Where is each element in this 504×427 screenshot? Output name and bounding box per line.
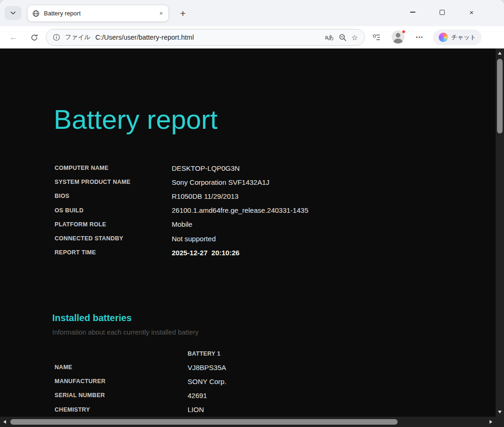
table-row: COMPUTER NAME DESKTOP-LQP0G3N [55, 161, 391, 175]
info-label: SERIAL NUMBER [55, 392, 188, 399]
scroll-up-arrow[interactable] [498, 52, 502, 55]
tab-strip: Battery report × + × [0, 0, 504, 26]
chevron-down-icon [10, 11, 16, 15]
vertical-scroll-thumb[interactable] [497, 59, 503, 133]
plus-icon: + [180, 8, 186, 19]
window-controls: × [398, 0, 486, 26]
browser-window: Battery report × + × ← ファイル C:/Users/use… [0, 0, 504, 427]
table-row: REPORT TIME 2025-12-27 20:10:26 [55, 245, 391, 259]
info-label: BIOS [55, 193, 172, 199]
info-label: PLATFORM ROLE [55, 221, 172, 228]
info-label: OS BUILD [55, 207, 172, 214]
close-icon: × [469, 9, 474, 16]
column-header: BATTERY 1 [188, 350, 221, 357]
scroll-left-arrow[interactable] [3, 420, 6, 424]
ellipsis-icon: … [415, 31, 424, 40]
section-subtitle: Information about each currently install… [52, 329, 199, 336]
copilot-icon [439, 33, 448, 42]
minimize-button[interactable] [398, 0, 427, 24]
table-row: CONNECTED STANDBY Not supported [55, 231, 391, 245]
zoom-out-icon[interactable] [339, 34, 347, 42]
info-label: CONNECTED STANDBY [55, 235, 172, 242]
table-row: CHEMISTRY LION [55, 403, 495, 417]
info-label: CHEMISTRY [55, 406, 188, 413]
back-icon: ← [9, 32, 18, 42]
info-value: 26100.1.amd64fre.ge_release.240331-1435 [172, 206, 308, 214]
info-value: R1050DB 11/29/2013 [172, 192, 238, 200]
horizontal-scrollbar[interactable] [0, 417, 496, 427]
table-row: MANUFACTURER SONY Corp. [55, 374, 495, 388]
browser-toolbar: ← ファイル C:/Users/user/battery-report.html… [0, 26, 504, 49]
info-label: MANUFACTURER [55, 378, 188, 385]
scrollbar-corner [496, 417, 504, 427]
table-row: BIOS R1050DB 11/29/2013 [55, 189, 391, 203]
info-icon[interactable] [53, 34, 60, 41]
notification-dot [402, 30, 406, 34]
refresh-icon [30, 34, 38, 42]
battery-table: BATTERY 1 NAME VJ8BPS35A MANUFACTURER SO… [55, 347, 495, 427]
copilot-label: チャット [451, 33, 476, 42]
info-value: 42691 [188, 392, 207, 399]
new-tab-button[interactable]: + [176, 7, 189, 20]
tab-search-button[interactable] [5, 6, 21, 20]
add-favorite-icon[interactable]: ☆ [351, 33, 358, 42]
info-value: VJ8BPS35A [188, 364, 226, 371]
tab-close-icon[interactable]: × [158, 10, 164, 17]
profile-avatar[interactable] [391, 30, 406, 45]
info-value: Mobile [172, 220, 192, 228]
close-button[interactable]: × [457, 0, 486, 24]
table-row: NAME VJ8BPS35A [55, 360, 495, 374]
refresh-button[interactable] [27, 30, 41, 44]
address-bar[interactable]: ファイル C:/Users/user/battery-report.html a… [46, 29, 365, 46]
url-text[interactable]: C:/Users/user/battery-report.html [95, 34, 320, 41]
copilot-button[interactable]: チャット [433, 29, 482, 45]
scroll-down-arrow[interactable] [498, 411, 502, 413]
page-content: Battery report COMPUTER NAME DESKTOP-LQP… [0, 49, 504, 427]
info-label: REPORT TIME [55, 249, 172, 256]
table-header-row: BATTERY 1 [55, 347, 495, 360]
info-value: Not supported [172, 235, 216, 243]
info-value: LION [188, 406, 204, 413]
maximize-button[interactable] [427, 0, 457, 24]
favorites-button[interactable] [370, 30, 384, 44]
more-options-button[interactable]: … [413, 30, 427, 44]
back-button[interactable]: ← [7, 30, 21, 44]
maximize-icon [440, 10, 445, 15]
info-label: COMPUTER NAME [55, 165, 172, 171]
translate-icon[interactable]: aあ [325, 34, 334, 42]
minimize-icon [410, 12, 415, 13]
info-value: DESKTOP-LQP0G3N [172, 164, 240, 172]
scroll-right-arrow[interactable] [490, 420, 492, 424]
info-label: NAME [55, 364, 188, 371]
vertical-scrollbar[interactable] [496, 49, 504, 417]
protocol-label: ファイル [65, 33, 91, 42]
info-value: SONY Corp. [188, 378, 226, 385]
info-label: SYSTEM PRODUCT NAME [55, 179, 172, 185]
favorites-list-icon [372, 33, 381, 42]
globe-icon [32, 10, 40, 17]
table-row: SERIAL NUMBER 42691 [55, 388, 495, 402]
table-row: PLATFORM ROLE Mobile [55, 217, 391, 231]
table-row: OS BUILD 26100.1.amd64fre.ge_release.240… [55, 203, 391, 217]
table-row: SYSTEM PRODUCT NAME Sony Corporation SVF… [55, 175, 391, 189]
info-value: Sony Corporation SVF1432A1J [172, 178, 269, 186]
horizontal-scroll-thumb[interactable] [10, 419, 398, 425]
section-heading: Installed batteries [52, 313, 132, 323]
info-value: 2025-12-27 20:10:26 [172, 249, 239, 257]
system-info-table: COMPUTER NAME DESKTOP-LQP0G3N SYSTEM PRO… [55, 161, 391, 259]
tab-battery-report[interactable]: Battery report × [27, 5, 169, 22]
page-title: Battery report [54, 104, 217, 135]
tab-title: Battery report [44, 10, 154, 17]
